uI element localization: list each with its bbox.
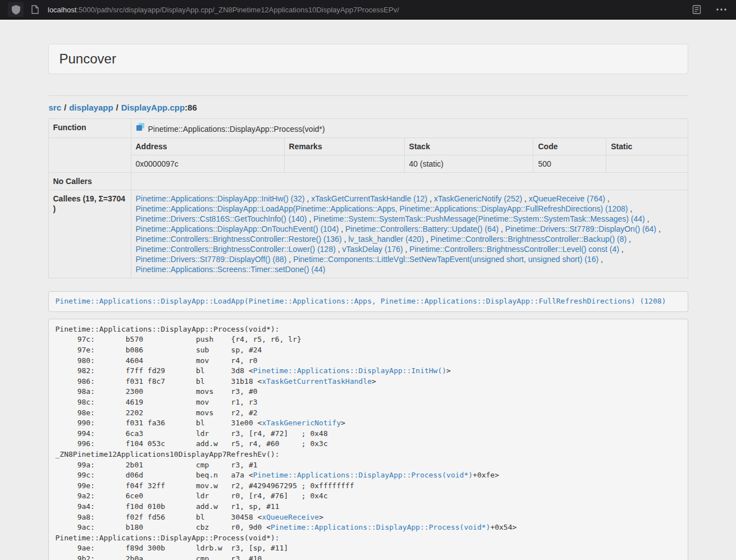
divider — [48, 95, 688, 96]
no-callers-cell — [131, 173, 688, 190]
callee-link[interactable]: Pinetime::Controllers::BrightnessControl… — [136, 235, 342, 244]
breadcrumb-src-link[interactable]: src — [49, 103, 62, 112]
breadcrumb: src/displayapp/DisplayApp.cpp:86 — [49, 103, 688, 112]
callees-row: Callees (19, Σ=3704 ) Pinetime::Applicat… — [48, 190, 688, 278]
address-value: 0x0000097c — [131, 155, 285, 173]
callee-link[interactable]: Pinetime::Controllers::BrightnessControl… — [431, 235, 627, 244]
callee-link[interactable]: Pinetime::Controllers::BrightnessControl… — [409, 245, 619, 254]
breadcrumb-folder-link[interactable]: displayapp — [69, 103, 113, 112]
function-name: Pinetime::Applications::DisplayApp::Proc… — [148, 125, 325, 134]
col-address: Address — [131, 138, 285, 155]
code-symbol-link[interactable]: xQueueReceive — [262, 513, 319, 521]
code-symbol-link[interactable]: Pinetime::Applications::DisplayApp::Proc… — [271, 523, 490, 531]
no-callers-row: No Callers — [48, 173, 688, 190]
callee-link[interactable]: Pinetime::Applications::DisplayApp::Load… — [136, 204, 628, 213]
callees-label: Callees (19, Σ=3704 ) — [48, 190, 131, 278]
browser-chrome: localhost:5000/path/src/displayapp/Displ… — [0, 0, 736, 20]
function-name-cell: Pinetime::Applications::DisplayApp::Proc… — [131, 119, 688, 138]
callee-link[interactable]: Pinetime::Applications::DisplayApp::Init… — [136, 194, 305, 203]
stats-row: Address Remarks Stack Code Static 0x0000… — [48, 138, 688, 173]
callee-link[interactable]: Pinetime::Components::LittleVgl::SetNewT… — [293, 255, 598, 264]
breadcrumb-line-number: :86 — [185, 103, 197, 112]
stats-cell: Address Remarks Stack Code Static 0x0000… — [131, 138, 688, 173]
col-remarks: Remarks — [284, 138, 404, 155]
remarks-value — [284, 155, 404, 173]
callee-link[interactable]: Pinetime::Applications::DisplayApp::OnTo… — [136, 224, 339, 233]
function-table: Function Pinetime::Applications::Display… — [48, 118, 688, 278]
callee-link[interactable]: Pinetime::Drivers::Cst816S::GetTouchInfo… — [136, 214, 307, 223]
callee-link[interactable]: Pinetime::Drivers::St7789::DisplayOn() (… — [505, 224, 656, 233]
breadcrumb-separator: / — [64, 103, 66, 112]
col-stack: Stack — [404, 138, 533, 155]
breadcrumb-file-link[interactable]: DisplayApp.cpp — [121, 103, 185, 112]
callee-link[interactable]: vTaskDelay (176) — [342, 245, 403, 254]
app-header-panel: Puncover — [48, 44, 688, 74]
disassembly-pre: Pinetime::Applications::DisplayApp::Proc… — [48, 319, 688, 560]
static-value — [606, 155, 688, 173]
code-symbol-link[interactable]: Pinetime::Applications::DisplayApp::Init… — [253, 366, 446, 375]
highlighted-symbol-link[interactable]: Pinetime::Applications::DisplayApp::Load… — [56, 297, 666, 305]
function-row: Function Pinetime::Applications::Display… — [48, 119, 688, 138]
callee-link[interactable]: xTaskGetCurrentTaskHandle (12) — [311, 194, 427, 203]
highlighted-symbol-box: Pinetime::Applications::DisplayApp::Load… — [48, 291, 688, 312]
stats-table: Address Remarks Stack Code Static 0x0000… — [131, 138, 688, 172]
callees-cell: Pinetime::Applications::DisplayApp::Init… — [131, 190, 688, 278]
stats-values-row: 0x0000097c 40 (static) 500 — [131, 155, 688, 173]
security-shield-button[interactable] — [8, 2, 24, 17]
stats-header-row: Address Remarks Stack Code Static — [131, 138, 688, 155]
function-label: Function — [48, 119, 131, 138]
url-path: :5000/path/src/displayapp/DisplayApp.cpp… — [76, 6, 399, 14]
app-title: Puncover — [60, 51, 677, 67]
callee-link[interactable]: Pinetime::System::SystemTask::PushMessag… — [313, 214, 645, 223]
no-callers-label: No Callers — [48, 173, 131, 190]
reader-view-icon — [692, 5, 701, 14]
url-bar[interactable]: localhost:5000/path/src/displayapp/Displ… — [48, 6, 399, 14]
breadcrumb-separator: / — [116, 103, 118, 112]
callee-link[interactable]: lv_task_handler (420) — [348, 235, 424, 244]
code-symbol-link[interactable]: xTaskGenericNotify — [262, 419, 341, 427]
page-icon — [31, 5, 39, 14]
col-static: Static — [606, 138, 688, 155]
kebab-menu-icon — [716, 8, 726, 11]
reader-view-button[interactable] — [689, 2, 705, 17]
menu-button[interactable] — [714, 2, 729, 17]
stats-row-label — [48, 138, 131, 173]
main-content: Puncover src/displayapp/DisplayApp.cpp:8… — [48, 44, 688, 560]
callee-link[interactable]: xTaskGenericNotify (252) — [434, 194, 522, 203]
callee-link[interactable]: Pinetime::Controllers::BrightnessControl… — [136, 245, 336, 254]
code-symbol-link[interactable]: xTaskGetCurrentTaskHandle — [262, 377, 372, 385]
col-code: Code — [533, 138, 606, 155]
code-value: 500 — [533, 155, 606, 173]
callee-link[interactable]: Pinetime::Controllers::Battery::Update()… — [345, 224, 499, 233]
shield-icon — [12, 5, 20, 15]
code-symbol-link[interactable]: Pinetime::Applications::DisplayApp::Proc… — [253, 471, 473, 479]
method-icon — [136, 122, 145, 134]
url-host: localhost — [48, 6, 76, 14]
callee-link[interactable]: xQueueReceive (764) — [529, 194, 605, 203]
callee-link[interactable]: Pinetime::Drivers::St7789::DisplayOff() … — [136, 255, 287, 264]
callee-link[interactable]: Pinetime::Applications::Screens::Timer::… — [136, 265, 326, 274]
stack-value: 40 (static) — [404, 155, 533, 173]
